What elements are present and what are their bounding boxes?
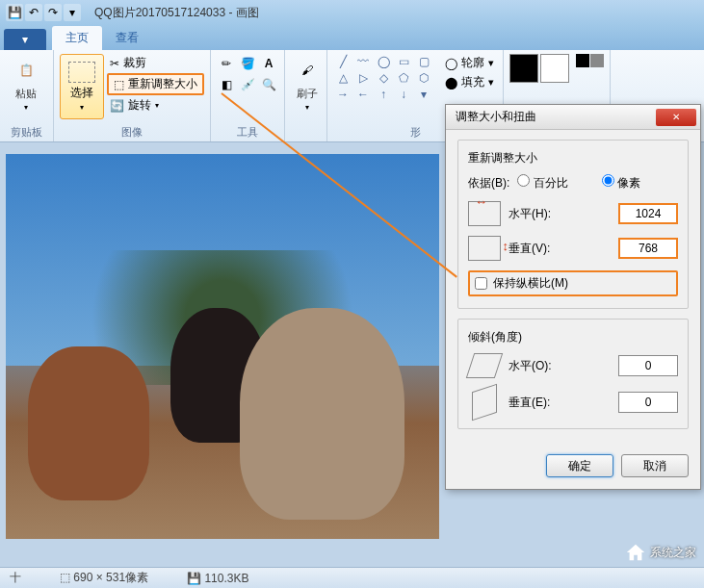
rotate-button[interactable]: 🔄旋转 ▾ — [107, 96, 204, 115]
skew-section-label: 倾斜(角度) — [468, 329, 678, 345]
shape-pent[interactable]: ⬠ — [394, 70, 413, 86]
skew-h-input[interactable] — [618, 355, 678, 376]
fill-button[interactable]: ⬤填充 ▾ — [442, 73, 497, 91]
shape-poly[interactable]: △ — [333, 70, 352, 86]
statusbar: 十 ⬚ 690 × 531像素 💾 110.3KB — [0, 567, 704, 588]
shape-arrow-r[interactable]: → — [333, 87, 352, 102]
group-brushes: 🖌 刷子 ▾ — [285, 50, 327, 141]
horizontal-icon — [468, 201, 501, 226]
canvas-dimensions: ⬚ 690 × 531像素 — [60, 570, 148, 586]
shape-arrow-d[interactable]: ↓ — [394, 87, 413, 102]
skew-h-icon — [466, 353, 503, 378]
shape-diamond[interactable]: ◇ — [374, 70, 393, 86]
dialog-title: 调整大小和扭曲 — [456, 109, 536, 125]
dialog-titlebar[interactable]: 调整大小和扭曲 ✕ — [446, 105, 700, 130]
shape-rect[interactable]: ▭ — [394, 54, 413, 69]
brush-icon: 🖌 — [293, 56, 322, 85]
outline-button[interactable]: ◯轮廓 ▾ — [442, 54, 497, 72]
tab-view[interactable]: 查看 — [102, 26, 152, 50]
cancel-button[interactable]: 取消 — [621, 454, 689, 477]
skew-fieldset: 倾斜(角度) 水平(O): 垂直(E): — [457, 319, 689, 429]
palette-gray[interactable] — [590, 54, 604, 67]
group-image: 选择 ▾ ✂裁剪 ⬚重新调整大小 🔄旋转 ▾ 图像 — [54, 50, 211, 141]
fill-tool[interactable]: 🪣 — [238, 54, 257, 73]
window-title: QQ图片20170517124033 - 画图 — [94, 5, 259, 21]
shape-line[interactable]: ╱ — [333, 54, 352, 69]
paste-icon: 📋 — [12, 56, 40, 85]
ribbon-tabs: ▾ 主页 查看 — [0, 25, 704, 50]
select-rect-icon — [68, 62, 95, 83]
shape-arrow-u[interactable]: ↑ — [374, 87, 393, 102]
file-menu-button[interactable]: ▾ — [4, 29, 46, 50]
quick-access-toolbar: 💾 ↶ ↷ ▾ — [6, 4, 81, 21]
paste-button[interactable]: 📋 粘贴 ▾ — [6, 54, 46, 114]
basis-label: 依据(B): — [468, 175, 509, 192]
watermark: 系统之家 — [625, 542, 696, 563]
shape-tri[interactable]: ▷ — [353, 70, 373, 86]
skew-v-label: 垂直(E): — [508, 395, 611, 411]
skew-v-input[interactable] — [618, 392, 678, 413]
fill-icon: ⬤ — [445, 76, 457, 89]
select-button[interactable]: 选择 ▾ — [60, 54, 104, 119]
resize-section-label: 重新调整大小 — [468, 150, 678, 166]
shapes-gallery[interactable]: ╱ 〰 ◯ ▭ ▢ △ ▷ ◇ ⬠ ⬡ → ← ↑ ↓ ▾ — [333, 54, 433, 102]
text-tool[interactable]: A — [259, 54, 278, 73]
color2-swatch[interactable] — [540, 54, 569, 83]
maintain-ratio-checkbox[interactable]: 保持纵横比(M) — [468, 270, 678, 296]
titlebar: 💾 ↶ ↷ ▾ QQ图片20170517124033 - 画图 — [0, 0, 704, 25]
horizontal-input[interactable] — [618, 203, 678, 224]
shape-more[interactable]: ▾ — [414, 87, 433, 102]
vertical-label: 垂直(V): — [508, 241, 611, 257]
group-label-image: 图像 — [60, 123, 204, 140]
shape-roundrect[interactable]: ▢ — [414, 54, 433, 69]
shape-arrow-l[interactable]: ← — [353, 87, 373, 102]
skew-h-label: 水平(O): — [508, 358, 611, 374]
radio-pixels[interactable]: 像素 — [602, 174, 678, 192]
ok-button[interactable]: 确定 — [546, 454, 613, 477]
qat-dropdown-icon[interactable]: ▾ — [64, 4, 81, 21]
house-icon — [625, 542, 646, 563]
cursor-pos: 十 — [10, 570, 21, 586]
file-size: 💾 110.3KB — [187, 572, 248, 585]
crop-button[interactable]: ✂裁剪 — [107, 54, 204, 72]
radio-percent[interactable]: 百分比 — [517, 174, 593, 192]
brush-button[interactable]: 🖌 刷子 ▾ — [291, 54, 324, 114]
vertical-input[interactable] — [618, 238, 678, 259]
shape-curve[interactable]: 〰 — [353, 54, 373, 69]
group-label-clipboard: 剪贴板 — [6, 123, 47, 140]
undo-icon[interactable]: ↶ — [25, 4, 42, 21]
pencil-tool[interactable]: ✏ — [217, 54, 236, 73]
vertical-icon — [468, 236, 501, 261]
palette-black[interactable] — [576, 54, 589, 67]
rotate-icon: 🔄 — [110, 99, 124, 113]
skew-v-icon — [472, 384, 497, 421]
crop-icon: ✂ — [110, 57, 119, 70]
color1-swatch[interactable] — [509, 54, 538, 83]
horizontal-label: 水平(H): — [508, 206, 611, 222]
resize-button[interactable]: ⬚重新调整大小 — [107, 73, 204, 95]
eraser-tool[interactable]: ◧ — [217, 75, 236, 94]
resize-icon: ⬚ — [114, 78, 124, 91]
group-tools: ✏ 🪣 A ◧ 💉 🔍 工具 — [211, 50, 285, 141]
shape-hex[interactable]: ⬡ — [414, 70, 433, 86]
outline-icon: ◯ — [445, 57, 457, 70]
picker-tool[interactable]: 💉 — [238, 75, 257, 94]
zoom-tool[interactable]: 🔍 — [259, 75, 278, 94]
close-button[interactable]: ✕ — [656, 109, 696, 126]
save-icon[interactable]: 💾 — [6, 4, 23, 21]
shape-oval[interactable]: ◯ — [374, 54, 393, 69]
redo-icon[interactable]: ↷ — [44, 4, 62, 21]
group-clipboard: 📋 粘贴 ▾ 剪贴板 — [0, 50, 54, 141]
tab-home[interactable]: 主页 — [52, 26, 102, 50]
resize-dialog: 调整大小和扭曲 ✕ 重新调整大小 依据(B): 百分比 像素 水平(H): 垂直… — [445, 104, 701, 490]
resize-fieldset: 重新调整大小 依据(B): 百分比 像素 水平(H): 垂直(V): 保持纵横比… — [457, 140, 689, 309]
